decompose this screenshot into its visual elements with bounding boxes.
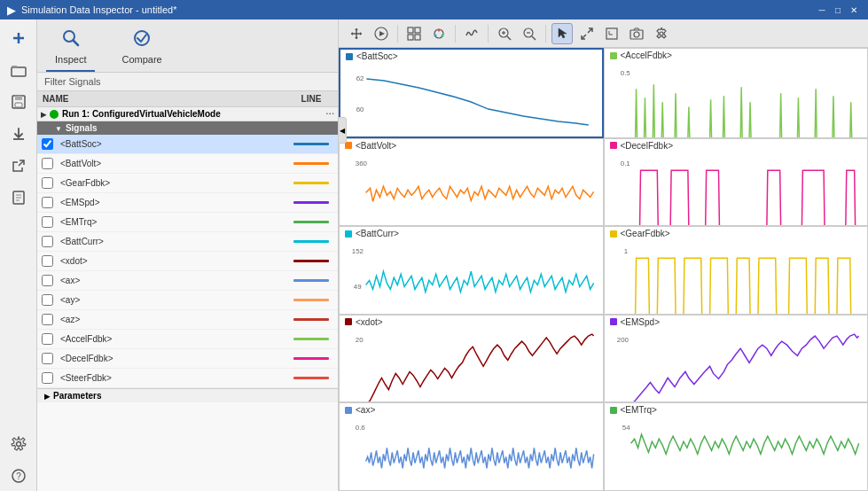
ax-plot-line: [366, 448, 594, 469]
save-button[interactable]: [4, 87, 34, 117]
signal-row-ay[interactable]: <ay>: [37, 291, 338, 310]
signal-row-emspd[interactable]: <EMSpd>: [37, 193, 338, 213]
ay-checkbox[interactable]: [42, 294, 53, 306]
close-button[interactable]: ✕: [847, 3, 861, 17]
battsoc-plot-line: [366, 79, 588, 125]
gearfdbk-line: [285, 182, 338, 184]
download-button[interactable]: [4, 119, 34, 149]
emspd-plot-line: [630, 334, 858, 403]
signal-row-ax[interactable]: <ax>: [37, 271, 338, 291]
svg-rect-5: [15, 103, 22, 107]
signal-stats-button[interactable]: [461, 23, 482, 44]
battvolt-title-dot: [345, 142, 352, 149]
export-button[interactable]: [4, 151, 34, 181]
parameters-row[interactable]: Parameters: [37, 388, 338, 402]
style-button[interactable]: [428, 23, 450, 44]
xdot-color-line: [293, 260, 329, 262]
emtrq-checkbox[interactable]: [42, 216, 53, 228]
accelfdbk-title-dot: [610, 52, 617, 59]
signal-row-accelfdbk[interactable]: <AccelFdbk>: [37, 330, 338, 349]
battsoc-chart: 62 60 55 0 500 1000 1500 2000 2500: [340, 63, 602, 138]
folder-button[interactable]: [4, 55, 34, 85]
accelfdbk-plot-line: [630, 84, 858, 137]
run-row[interactable]: Run 1: ConfiguredVirtualVehicleMode ⋯: [37, 107, 338, 121]
tab-compare[interactable]: Compare: [113, 25, 170, 72]
steerfdbk-color-line: [293, 377, 329, 379]
signal-row-battcurr[interactable]: <BattCurr>: [37, 232, 338, 252]
gearfdbk-checkbox[interactable]: [42, 177, 53, 189]
signal-row-battsoc[interactable]: <BattSoc>: [37, 135, 338, 154]
plot-decelfdbk[interactable]: <DecelFdbk> 0.1 0 0 500 1000 1500 2000 2…: [604, 138, 869, 227]
az-checkbox[interactable]: [42, 314, 53, 325]
svg-text:?: ?: [16, 472, 21, 481]
plot-battcurr[interactable]: <BattCurr> 152 49 -55 0 500 1000 1500 20…: [339, 226, 604, 315]
emtrq-chart-container: 54 -183 0 500 1000 1500 2000 2500: [605, 417, 868, 491]
battsoc-color-line: [293, 143, 329, 145]
signals-group-arrow[interactable]: [55, 124, 62, 133]
plot-ax[interactable]: <ax> 0.6 -0.5 0 500 1000 1500 2000 2500: [339, 402, 604, 491]
layout-button[interactable]: [403, 23, 425, 44]
run-expand-arrow[interactable]: [41, 109, 46, 119]
add-button[interactable]: [4, 23, 34, 53]
report-button[interactable]: [4, 183, 34, 213]
tab-inspect[interactable]: Inspect: [46, 25, 95, 72]
expand-button[interactable]: [576, 23, 598, 44]
svg-rect-4: [15, 96, 22, 100]
plot-accelfdbk[interactable]: <AccelFdbk> 0.5 0 0 500 1000 1500 2000 2…: [604, 48, 869, 138]
toolbar-sep-2: [455, 25, 456, 43]
svg-text:60: 60: [356, 105, 364, 113]
screenshot-button[interactable]: [626, 23, 647, 44]
fit-button[interactable]: [601, 23, 622, 44]
az-checkbox-container: [37, 314, 57, 325]
decelfdbk-checkbox[interactable]: [42, 353, 53, 364]
signal-row-battvolt[interactable]: <BattVolt>: [37, 154, 338, 174]
signal-row-decelfdbk[interactable]: <DecelFdbk>: [37, 349, 338, 369]
svg-point-37: [634, 32, 639, 37]
plot-battsoc-title: <BattSoc>: [340, 50, 602, 63]
signal-row-xdot[interactable]: <xdot>: [37, 252, 338, 271]
zoom-in-button[interactable]: [494, 23, 515, 44]
steerfdbk-checkbox[interactable]: [42, 372, 53, 384]
sidebar-icons: ?: [0, 19, 37, 491]
plot-settings-button[interactable]: [651, 23, 672, 44]
gearfdbk-title-label: <GearFdbk>: [621, 229, 670, 238]
plot-battsoc[interactable]: <BattSoc> 62 60 55 0 500 1000 1500 2000: [339, 48, 604, 138]
signals-group-row[interactable]: Signals: [37, 121, 338, 135]
emspd-title-label: <EMSpd>: [621, 317, 660, 327]
help-button[interactable]: ?: [4, 461, 34, 491]
signal-table[interactable]: Run 1: ConfiguredVirtualVehicleMode ⋯ Si…: [37, 107, 338, 491]
title-bar-controls: ─ □ ✕: [815, 3, 861, 17]
plot-emtrq[interactable]: <EMTrq> 54 -183 0 500 1000 1500 2000 250…: [604, 402, 869, 491]
signal-row-gearfdbk[interactable]: <GearFdbk>: [37, 174, 338, 193]
battcurr-checkbox[interactable]: [42, 236, 53, 247]
panel-collapse-handle[interactable]: ◀: [338, 117, 347, 144]
cursor-button[interactable]: [551, 23, 573, 44]
plot-xdot[interactable]: <xdot> 20 0 0 500 1000 1500 2000 2500: [339, 315, 604, 403]
battcurr-title-dot: [345, 230, 352, 238]
run-menu-button[interactable]: ⋯: [325, 109, 334, 119]
app-settings-button[interactable]: [4, 429, 34, 459]
xdot-checkbox[interactable]: [42, 255, 53, 267]
plot-gearfdbk[interactable]: <GearFdbk> 1 0 0 500 1000 1500 2000 2500: [604, 226, 869, 315]
emspd-checkbox[interactable]: [42, 197, 53, 208]
plot-battvolt[interactable]: <BattVolt> 360 340 0 500 1000 1500 2000 …: [339, 138, 604, 227]
signal-row-az[interactable]: <az>: [37, 310, 338, 330]
battvolt-plot-line: [366, 186, 594, 201]
minimize-button[interactable]: ─: [815, 3, 829, 17]
zoom-out-button[interactable]: [519, 23, 540, 44]
gearfdbk-checkbox-container: [37, 177, 57, 189]
signal-row-emtrq[interactable]: <EMTrq>: [37, 213, 338, 232]
battsoc-checkbox[interactable]: [42, 138, 53, 150]
az-line: [285, 318, 338, 321]
plot-emspd[interactable]: <EMSpd> 200 0 0 500 1000 1500 2000 2500: [604, 315, 869, 403]
svg-text:0.1: 0.1: [620, 160, 630, 168]
pan-button[interactable]: [346, 23, 367, 44]
emtrq-title-dot: [610, 407, 617, 414]
ax-checkbox[interactable]: [42, 275, 53, 286]
battvolt-checkbox[interactable]: [42, 158, 53, 169]
maximize-button[interactable]: □: [831, 3, 845, 17]
accelfdbk-checkbox[interactable]: [42, 333, 53, 345]
emspd-color-line: [293, 201, 329, 204]
play-button[interactable]: [371, 23, 392, 44]
signal-row-steerfdbk[interactable]: <SteerFdbk>: [37, 369, 338, 388]
